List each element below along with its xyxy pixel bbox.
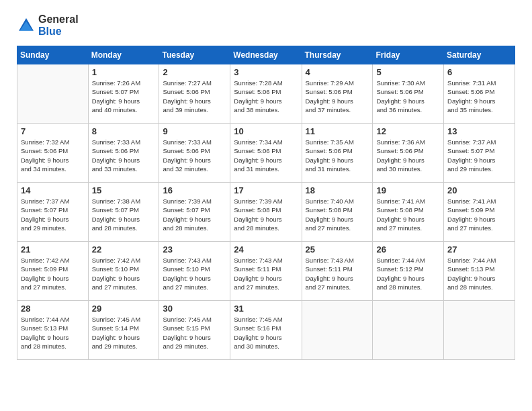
calendar-cell: 17Sunrise: 7:39 AM Sunset: 5:08 PM Dayli… (230, 183, 302, 242)
calendar-cell: 13Sunrise: 7:37 AM Sunset: 5:07 PM Dayli… (444, 124, 515, 183)
day-number: 9 (163, 126, 226, 136)
week-row-3: 14Sunrise: 7:37 AM Sunset: 5:07 PM Dayli… (17, 183, 515, 242)
day-number: 30 (163, 304, 226, 314)
day-number: 2 (163, 67, 226, 77)
weekday-monday: Monday (88, 46, 159, 64)
day-info: Sunrise: 7:40 AM Sunset: 5:08 PM Dayligh… (306, 197, 369, 232)
day-info: Sunrise: 7:33 AM Sunset: 5:06 PM Dayligh… (163, 138, 226, 173)
calendar-cell: 16Sunrise: 7:39 AM Sunset: 5:07 PM Dayli… (159, 183, 230, 242)
day-number: 10 (234, 126, 298, 136)
day-info: Sunrise: 7:45 AM Sunset: 5:14 PM Dayligh… (92, 315, 156, 351)
calendar-cell (373, 301, 444, 360)
calendar-cell: 31Sunrise: 7:45 AM Sunset: 5:16 PM Dayli… (230, 301, 302, 360)
calendar-cell: 21Sunrise: 7:42 AM Sunset: 5:09 PM Dayli… (17, 242, 89, 301)
day-number: 6 (447, 67, 511, 77)
day-number: 23 (163, 244, 226, 255)
day-info: Sunrise: 7:37 AM Sunset: 5:07 PM Dayligh… (21, 197, 85, 232)
calendar-cell: 8Sunrise: 7:33 AM Sunset: 5:06 PM Daylig… (88, 124, 159, 183)
day-info: Sunrise: 7:26 AM Sunset: 5:07 PM Dayligh… (92, 79, 156, 114)
day-number: 28 (21, 304, 85, 314)
logo-icon (17, 16, 36, 35)
day-info: Sunrise: 7:27 AM Sunset: 5:06 PM Dayligh… (163, 79, 226, 114)
calendar-cell: 18Sunrise: 7:40 AM Sunset: 5:08 PM Dayli… (302, 183, 373, 242)
day-number: 17 (234, 185, 298, 195)
calendar-cell: 24Sunrise: 7:43 AM Sunset: 5:11 PM Dayli… (230, 242, 302, 301)
day-number: 25 (306, 244, 369, 255)
calendar-cell: 2Sunrise: 7:27 AM Sunset: 5:06 PM Daylig… (159, 64, 230, 124)
calendar-cell: 9Sunrise: 7:33 AM Sunset: 5:06 PM Daylig… (159, 124, 230, 183)
weekday-header-row: SundayMondayTuesdayWednesdayThursdayFrid… (17, 46, 515, 64)
day-number: 18 (306, 185, 369, 195)
calendar-cell: 22Sunrise: 7:42 AM Sunset: 5:10 PM Dayli… (88, 242, 159, 301)
day-number: 31 (234, 304, 298, 314)
day-number: 24 (234, 244, 298, 255)
day-info: Sunrise: 7:39 AM Sunset: 5:08 PM Dayligh… (234, 197, 298, 232)
day-info: Sunrise: 7:37 AM Sunset: 5:07 PM Dayligh… (447, 138, 511, 173)
week-row-2: 7Sunrise: 7:32 AM Sunset: 5:06 PM Daylig… (17, 124, 515, 183)
day-info: Sunrise: 7:45 AM Sunset: 5:16 PM Dayligh… (234, 315, 298, 351)
calendar-cell (17, 64, 89, 124)
day-number: 4 (306, 67, 369, 77)
day-number: 22 (92, 244, 156, 255)
page: General Blue SundayMondayTuesdayWednesda… (0, 0, 532, 411)
calendar-cell: 12Sunrise: 7:36 AM Sunset: 5:06 PM Dayli… (373, 124, 444, 183)
day-info: Sunrise: 7:42 AM Sunset: 5:10 PM Dayligh… (92, 256, 156, 291)
calendar-cell: 7Sunrise: 7:32 AM Sunset: 5:06 PM Daylig… (17, 124, 89, 183)
logo-text: General Blue (38, 13, 79, 38)
calendar-cell: 1Sunrise: 7:26 AM Sunset: 5:07 PM Daylig… (88, 64, 159, 124)
calendar-cell: 14Sunrise: 7:37 AM Sunset: 5:07 PM Dayli… (17, 183, 89, 242)
day-number: 19 (376, 185, 440, 195)
day-info: Sunrise: 7:35 AM Sunset: 5:06 PM Dayligh… (306, 138, 369, 173)
calendar-cell: 5Sunrise: 7:30 AM Sunset: 5:06 PM Daylig… (373, 64, 444, 124)
calendar-cell: 19Sunrise: 7:41 AM Sunset: 5:08 PM Dayli… (373, 183, 444, 242)
day-info: Sunrise: 7:45 AM Sunset: 5:15 PM Dayligh… (163, 315, 226, 351)
calendar-cell: 10Sunrise: 7:34 AM Sunset: 5:06 PM Dayli… (230, 124, 302, 183)
day-number: 20 (447, 185, 511, 195)
day-info: Sunrise: 7:43 AM Sunset: 5:11 PM Dayligh… (234, 256, 298, 291)
day-info: Sunrise: 7:43 AM Sunset: 5:11 PM Dayligh… (306, 256, 369, 291)
calendar-cell: 25Sunrise: 7:43 AM Sunset: 5:11 PM Dayli… (302, 242, 373, 301)
day-info: Sunrise: 7:32 AM Sunset: 5:06 PM Dayligh… (21, 138, 85, 173)
day-number: 27 (447, 244, 511, 255)
calendar-cell: 23Sunrise: 7:43 AM Sunset: 5:10 PM Dayli… (159, 242, 230, 301)
day-number: 5 (376, 67, 440, 77)
calendar-cell: 28Sunrise: 7:44 AM Sunset: 5:13 PM Dayli… (17, 301, 89, 360)
weekday-friday: Friday (373, 46, 444, 64)
day-info: Sunrise: 7:43 AM Sunset: 5:10 PM Dayligh… (163, 256, 226, 291)
day-number: 26 (376, 244, 440, 255)
day-number: 16 (163, 185, 226, 195)
calendar-table: SundayMondayTuesdayWednesdayThursdayFrid… (17, 46, 515, 360)
day-number: 1 (92, 67, 156, 77)
calendar-cell: 6Sunrise: 7:31 AM Sunset: 5:06 PM Daylig… (444, 64, 515, 124)
day-number: 14 (21, 185, 85, 195)
day-info: Sunrise: 7:29 AM Sunset: 5:06 PM Dayligh… (306, 79, 369, 114)
weekday-saturday: Saturday (444, 46, 515, 64)
day-number: 11 (306, 126, 369, 136)
day-info: Sunrise: 7:39 AM Sunset: 5:07 PM Dayligh… (163, 197, 226, 232)
calendar-cell (302, 301, 373, 360)
day-info: Sunrise: 7:41 AM Sunset: 5:08 PM Dayligh… (376, 197, 440, 232)
day-info: Sunrise: 7:44 AM Sunset: 5:13 PM Dayligh… (447, 256, 511, 291)
week-row-4: 21Sunrise: 7:42 AM Sunset: 5:09 PM Dayli… (17, 242, 515, 301)
day-info: Sunrise: 7:44 AM Sunset: 5:13 PM Dayligh… (21, 315, 85, 351)
calendar-cell: 26Sunrise: 7:44 AM Sunset: 5:12 PM Dayli… (373, 242, 444, 301)
week-row-1: 1Sunrise: 7:26 AM Sunset: 5:07 PM Daylig… (17, 64, 515, 124)
day-info: Sunrise: 7:31 AM Sunset: 5:06 PM Dayligh… (447, 79, 511, 114)
weekday-thursday: Thursday (302, 46, 373, 64)
calendar-cell: 29Sunrise: 7:45 AM Sunset: 5:14 PM Dayli… (88, 301, 159, 360)
day-number: 29 (92, 304, 156, 314)
day-info: Sunrise: 7:44 AM Sunset: 5:12 PM Dayligh… (376, 256, 440, 291)
day-info: Sunrise: 7:30 AM Sunset: 5:06 PM Dayligh… (376, 79, 440, 114)
day-number: 13 (447, 126, 511, 136)
day-number: 7 (21, 126, 85, 136)
calendar-cell: 30Sunrise: 7:45 AM Sunset: 5:15 PM Dayli… (159, 301, 230, 360)
day-info: Sunrise: 7:28 AM Sunset: 5:06 PM Dayligh… (234, 79, 298, 114)
day-info: Sunrise: 7:36 AM Sunset: 5:06 PM Dayligh… (376, 138, 440, 173)
calendar-cell: 3Sunrise: 7:28 AM Sunset: 5:06 PM Daylig… (230, 64, 302, 124)
week-row-5: 28Sunrise: 7:44 AM Sunset: 5:13 PM Dayli… (17, 301, 515, 360)
day-info: Sunrise: 7:33 AM Sunset: 5:06 PM Dayligh… (92, 138, 156, 173)
calendar-cell: 20Sunrise: 7:41 AM Sunset: 5:09 PM Dayli… (444, 183, 515, 242)
calendar-cell (444, 301, 515, 360)
day-info: Sunrise: 7:38 AM Sunset: 5:07 PM Dayligh… (92, 197, 156, 232)
logo: General Blue (17, 13, 79, 38)
